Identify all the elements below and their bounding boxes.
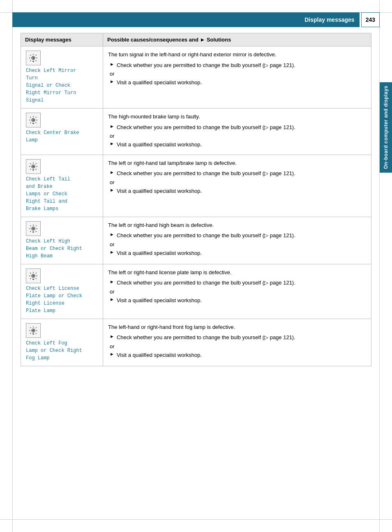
svg-line-67 xyxy=(30,333,31,333)
bullet-2-0: ► Check whether you are permitted to cha… xyxy=(110,169,366,178)
svg-line-17 xyxy=(30,117,31,118)
lamp-icon-1 xyxy=(26,113,41,127)
svg-line-31 xyxy=(30,169,31,169)
svg-line-8 xyxy=(36,55,37,56)
svg-line-18 xyxy=(36,123,37,123)
lamp-icon-4 xyxy=(26,268,41,283)
display-code-3: Check Left HighBeam or Check RightHigh B… xyxy=(26,238,98,260)
table-row: Check Left MirrorTurnSignal or CheckRigh… xyxy=(21,46,371,109)
bullet-text-4-0: Check whether you are permitted to chang… xyxy=(117,279,366,287)
svg-line-41 xyxy=(30,225,31,226)
table-row: Check Left LicensePlate Lamp or CheckRig… xyxy=(21,264,371,319)
display-cell-2: Check Left Tailand BrakeLamps or CheckRi… xyxy=(21,155,103,217)
svg-line-30 xyxy=(36,169,37,169)
bullet-arrow-icon: ► xyxy=(110,297,114,302)
side-tab-label: On-board computer and displays xyxy=(383,86,389,169)
bullet-text-5-0: Check whether you are permitted to chang… xyxy=(117,333,366,342)
causes-cell-2: The left or right-hand tail lamp/brake l… xyxy=(103,155,371,217)
svg-line-54 xyxy=(36,278,37,279)
causes-cell-3: The left or right-hand high beam is defe… xyxy=(103,217,371,264)
or-bullet-0: ► Visit a qualified specialist workshop. xyxy=(110,79,366,87)
svg-point-21 xyxy=(32,119,35,121)
table-row: Check Center BrakeLamp The high-mounted … xyxy=(21,109,371,155)
page-border-bottom xyxy=(0,519,392,520)
svg-line-7 xyxy=(30,60,31,61)
col-header-causes: Possible causes/consequences and ► Solut… xyxy=(103,33,371,46)
table-header-row: Display messages Possible causes/consequ… xyxy=(21,33,371,46)
or-bullet-text-2: Visit a qualified specialist workshop. xyxy=(117,187,366,195)
cause-intro-0: The turn signal in the left-hand or righ… xyxy=(108,51,366,59)
display-code-2: Check Left Tailand BrakeLamps or CheckRi… xyxy=(26,176,98,213)
svg-line-43 xyxy=(30,231,31,231)
bullet-text-1-0: Check whether you are permitted to chang… xyxy=(117,123,366,132)
page-border-left xyxy=(12,0,13,532)
display-code-5: Check Left FogLamp or Check RightFog Lam… xyxy=(26,340,98,362)
svg-line-55 xyxy=(30,278,31,279)
bullet-arrow-icon: ► xyxy=(110,170,114,175)
bullet-arrow-icon: ► xyxy=(110,62,114,67)
bullet-text-0-0: Check whether you are permitted to chang… xyxy=(117,61,366,69)
or-bullet-5: ► Visit a qualified specialist workshop. xyxy=(110,351,366,359)
svg-line-42 xyxy=(36,231,37,231)
or-bullet-text-3: Visit a qualified specialist workshop. xyxy=(117,249,366,257)
causes-cell-4: The left or right-hand license plate lam… xyxy=(103,264,371,319)
display-cell-4: Check Left LicensePlate Lamp or CheckRig… xyxy=(21,264,103,319)
main-table: Display messages Possible causes/consequ… xyxy=(21,33,371,366)
cause-intro-4: The left or right-hand license plate lam… xyxy=(108,268,366,277)
display-code-0: Check Left MirrorTurnSignal or CheckRigh… xyxy=(26,67,98,104)
bullet-arrow-icon: ► xyxy=(110,352,114,356)
svg-point-45 xyxy=(32,227,35,229)
display-code-4: Check Left LicensePlate Lamp or CheckRig… xyxy=(26,285,98,315)
svg-line-20 xyxy=(36,117,37,118)
svg-line-29 xyxy=(30,163,31,164)
svg-line-44 xyxy=(36,225,37,226)
svg-line-65 xyxy=(30,327,31,328)
causes-cell-0: The turn signal in the left-hand or righ… xyxy=(103,46,371,109)
or-bullet-4: ► Visit a qualified specialist workshop. xyxy=(110,296,366,305)
svg-line-66 xyxy=(36,333,37,333)
page-border-right xyxy=(379,0,380,532)
lamp-icon-3 xyxy=(26,221,41,236)
display-cell-0: Check Left MirrorTurnSignal or CheckRigh… xyxy=(21,46,103,109)
bullet-arrow-icon: ► xyxy=(110,250,114,254)
svg-line-5 xyxy=(30,55,31,56)
table-row: Check Left Tailand BrakeLamps or CheckRi… xyxy=(21,155,371,217)
table-row: Check Left HighBeam or Check RightHigh B… xyxy=(21,217,371,264)
bullet-arrow-icon: ► xyxy=(110,141,114,146)
bullet-arrow-icon: ► xyxy=(110,124,114,129)
or-text-3: or xyxy=(110,241,366,247)
or-bullet-2: ► Visit a qualified specialist workshop. xyxy=(110,187,366,195)
or-bullet-3: ► Visit a qualified specialist workshop. xyxy=(110,249,366,257)
causes-cell-5: The left-hand or right-hand front fog la… xyxy=(103,319,371,366)
or-bullet-text-4: Visit a qualified specialist workshop. xyxy=(117,296,366,305)
bullet-4-0: ► Check whether you are permitted to cha… xyxy=(110,279,366,287)
lamp-icon-2 xyxy=(26,159,41,174)
svg-line-68 xyxy=(36,327,37,328)
page-number: 243 xyxy=(361,12,380,27)
or-text-5: or xyxy=(110,343,366,349)
bullet-arrow-icon: ► xyxy=(110,279,114,284)
display-cell-5: Check Left FogLamp or Check RightFog Lam… xyxy=(21,319,103,366)
cause-intro-3: The left or right-hand high beam is defe… xyxy=(108,221,366,229)
display-code-1: Check Center BrakeLamp xyxy=(26,129,98,144)
bullet-arrow-icon: ► xyxy=(110,187,114,192)
cause-intro-1: The high-mounted brake lamp is faulty. xyxy=(108,113,366,121)
svg-line-56 xyxy=(36,273,37,273)
or-text-1: or xyxy=(110,133,366,139)
svg-point-57 xyxy=(32,275,35,277)
svg-line-6 xyxy=(36,60,37,61)
bullet-arrow-icon: ► xyxy=(110,232,114,237)
table-row: Check Left FogLamp or Check RightFog Lam… xyxy=(21,319,371,366)
svg-point-9 xyxy=(32,57,35,59)
bullet-text-3-0: Check whether you are permitted to chang… xyxy=(117,231,366,240)
or-text-0: or xyxy=(110,71,366,77)
bullet-3-0: ► Check whether you are permitted to cha… xyxy=(110,231,366,240)
lamp-icon-0 xyxy=(26,51,41,65)
lamp-icon-5 xyxy=(26,323,41,338)
or-text-2: or xyxy=(110,179,366,185)
or-bullet-text-1: Visit a qualified specialist workshop. xyxy=(117,141,366,149)
display-cell-3: Check Left HighBeam or Check RightHigh B… xyxy=(21,217,103,264)
svg-point-33 xyxy=(32,165,35,167)
cause-intro-2: The left or right-hand tail lamp/brake l… xyxy=(108,159,366,167)
bullet-arrow-icon: ► xyxy=(110,334,114,339)
